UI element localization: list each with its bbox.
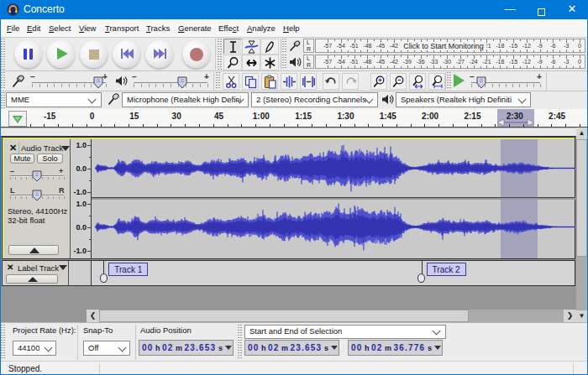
snap-to-dropdown[interactable]: Off [83,341,130,356]
audio-position-field[interactable]: 00 h 02 m 23.653 s [139,340,234,356]
envelope-tool-button[interactable] [242,39,260,55]
playback-volume-slider[interactable]: –+ [130,72,211,91]
audio-position-digits[interactable]: 02 [162,343,174,352]
transcription-toolbar-grip[interactable] [447,72,451,90]
selection-start-digits[interactable]: 00 [248,343,260,352]
menu-edit[interactable]: Edit [27,23,40,33]
menu-transport[interactable]: Transport [105,23,139,33]
zoom-tool-button[interactable] [223,55,242,70]
label-text[interactable]: Track 2 [427,263,466,276]
scroll-down-button[interactable]: ▼ [576,310,587,322]
recording-meter-grip[interactable] [282,39,286,53]
skip-to-start-button[interactable] [113,40,140,68]
label-marker-handle[interactable] [100,273,108,283]
play-at-speed-button[interactable] [452,73,467,89]
close-button[interactable]: ✕ [559,0,585,18]
menu-generate[interactable]: Generate [178,23,212,33]
timeline-selection-arrows[interactable] [497,118,534,127]
zoom-in-button[interactable] [370,73,387,90]
copy-button[interactable] [242,73,259,90]
selection-start-field[interactable]: 00 h 02 m 23.653 s [244,340,339,356]
gain-slider[interactable]: –+ [8,167,66,184]
fit-selection-button[interactable] [409,73,426,90]
pan-slider-thumb[interactable] [32,190,42,201]
close-track-button[interactable]: ✕ [9,143,17,154]
label-track-title-menu[interactable]: Label Track [16,262,67,273]
draw-tool-button[interactable] [260,39,279,55]
stop-button[interactable] [80,40,108,68]
selection-tool-button[interactable] [223,39,242,55]
label-marker-handle[interactable] [417,273,425,283]
fit-project-button[interactable] [428,73,445,90]
zoom-out-button[interactable] [390,73,407,90]
audio-position-spinner[interactable] [225,346,232,350]
tools-toolbar-grip[interactable] [218,39,222,70]
pan-slider[interactable]: LR [8,186,66,203]
paste-button[interactable] [261,73,278,90]
playback-meter[interactable]: -57-54-51-48-45-42-39-36-33-30-27-24-21-… [315,55,585,69]
recording-device-dropdown[interactable]: Microphone (Realtek High Defini [122,92,249,107]
recording-meter[interactable]: -57-54-51-48-45-42-39-36-33-30-27-24-21-… [315,39,585,53]
play-button[interactable] [47,40,75,68]
selection-section-grip[interactable] [238,325,242,360]
menu-select[interactable]: Select [49,23,71,33]
device-toolbar-grip[interactable] [1,92,5,108]
horizontal-scrollbar[interactable]: ❮ ❯ [87,310,576,322]
playback-device-dropdown[interactable]: Speakers (Realtek High Definiti [396,92,531,107]
scroll-right-button[interactable]: ❯ [564,310,576,322]
close-label-track-button[interactable]: ✕ [7,263,13,272]
mute-button[interactable]: Mute [10,154,34,164]
timeline-options-button[interactable] [8,111,27,127]
vertical-scroll-thumb[interactable] [576,139,587,257]
selection-end-spinner[interactable] [434,346,441,350]
menu-effect[interactable]: Effect [218,23,239,33]
timeline-ruler[interactable]: -1501530451:001:151:301:452:002:152:302:… [0,109,588,128]
collapse-track-button[interactable] [8,245,59,255]
scrub-bar[interactable] [0,128,576,137]
edit-toolbar-grip[interactable] [216,72,220,90]
collapse-label-track-button[interactable] [6,274,58,284]
vertical-scrollbar[interactable]: ▲ ▼ [576,128,587,322]
audio-host-dropdown[interactable]: MME [6,92,102,107]
recording-channels-dropdown[interactable]: 2 (Stereo) Recording Channels [251,92,378,107]
slider-thumb[interactable] [177,76,187,89]
mixer-toolbar-grip[interactable] [1,72,5,90]
trim-audio-button[interactable] [281,73,297,90]
audio-position-digits[interactable]: 00 [142,343,154,352]
selection-end-field[interactable]: 00 h 02 m 36.776 s [348,340,443,356]
selection-end-digits[interactable]: 02 [371,343,383,352]
silence-audio-button[interactable] [300,73,317,90]
selection-end-digits[interactable]: 36.776 [394,343,426,352]
slider-thumb[interactable] [476,76,486,89]
skip-to-end-button[interactable] [145,40,173,68]
recording-volume-slider[interactable]: –+ [29,72,109,91]
menu-tracks[interactable]: Tracks [146,23,170,33]
vertical-ruler[interactable]: 1.00.0-1.01.00.0-1.0 [70,139,91,258]
selection-start-digits[interactable]: 02 [268,343,280,352]
track-title-menu[interactable]: Audio Track [18,142,70,154]
label-track-content[interactable]: Track 1Track 2 [91,261,575,285]
play-speed-slider[interactable]: –+ [468,72,543,91]
pause-button[interactable] [14,40,42,68]
menu-help[interactable]: Help [283,23,300,33]
menu-file[interactable]: File [7,23,19,33]
waveform-area[interactable] [91,139,575,258]
record-button[interactable] [182,40,210,68]
scroll-left-button[interactable]: ❮ [87,310,99,322]
undo-button[interactable] [323,73,339,90]
solo-button[interactable]: Solo [37,154,63,164]
selection-toolbar-grip[interactable] [1,325,5,360]
selection-end-digits[interactable]: 00 [351,343,363,352]
selection-start-digits[interactable]: 23.653 [291,343,323,352]
horizontal-scroll-thumb[interactable] [99,310,469,322]
timeshift-tool-button[interactable] [242,55,260,70]
playback-meter-grip[interactable] [282,55,286,69]
redo-button[interactable] [342,73,359,90]
label-text[interactable]: Track 1 [108,263,148,276]
gain-slider-thumb[interactable] [32,170,42,182]
scroll-up-button[interactable]: ▲ [576,128,587,139]
menu-analyze[interactable]: Analyze [247,23,276,33]
cut-button[interactable] [223,73,239,90]
selection-start-spinner[interactable] [331,346,338,350]
menu-view[interactable]: View [79,23,96,33]
